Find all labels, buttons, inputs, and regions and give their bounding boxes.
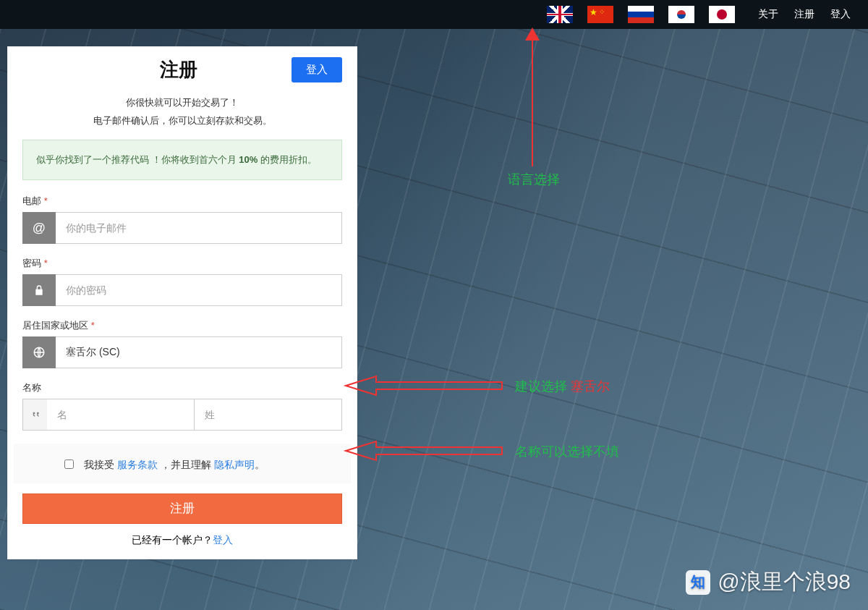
watermark-text: @浪里个浪98 xyxy=(718,567,851,597)
svg-marker-2 xyxy=(346,441,502,460)
card-title: 注册 xyxy=(22,57,292,82)
email-field: 电邮 * @ xyxy=(22,195,342,244)
email-label: 电邮 xyxy=(22,195,41,206)
name-label: 名称 xyxy=(22,381,342,394)
annotation-suggest: 建议选择 塞舌尔 xyxy=(515,378,610,395)
country-input[interactable] xyxy=(56,336,342,368)
register-card: 注册 登入 你很快就可以开始交易了！ 电子邮件确认后，你可以立刻存款和交易。 似… xyxy=(7,46,357,559)
intro-line2: 电子邮件确认后，你可以立刻存款和交易。 xyxy=(8,112,357,130)
password-input[interactable] xyxy=(56,274,342,306)
nav-login[interactable]: 登入 xyxy=(830,8,851,21)
already-login-link[interactable]: 登入 xyxy=(213,534,233,546)
firstname-input[interactable] xyxy=(47,399,195,431)
flag-jp[interactable] xyxy=(709,6,735,23)
password-field: 密码 * xyxy=(22,257,342,306)
flag-kr[interactable] xyxy=(668,6,694,23)
intro-text: 你很快就可以开始交易了！ 电子邮件确认后，你可以立刻存款和交易。 xyxy=(8,90,357,140)
lock-icon xyxy=(22,274,56,306)
promo-banner: 似乎你找到了一个推荐代码 ！你将收到首六个月 10% 的费用折扣。 xyxy=(22,140,342,180)
annotation-name-optional: 名称可以选择不填 xyxy=(515,443,619,460)
watermark: 知 @浪里个浪98 xyxy=(686,567,851,597)
intro-line1: 你很快就可以开始交易了！ xyxy=(8,94,357,112)
flag-ru[interactable] xyxy=(628,6,654,23)
language-flags xyxy=(547,6,735,23)
terms-checkbox[interactable] xyxy=(64,459,74,469)
quote-icon xyxy=(22,399,47,431)
flag-cn[interactable] xyxy=(587,6,613,23)
terms-box: 我接受 服务条款 ，并且理解 隐私声明。 xyxy=(14,444,351,483)
annotation-language: 语言选择 xyxy=(508,171,560,188)
privacy-link[interactable]: 隐私声明 xyxy=(214,459,255,470)
annotation-arrow-country xyxy=(346,375,505,397)
lastname-input[interactable] xyxy=(195,399,342,431)
nav-register[interactable]: 注册 xyxy=(794,8,814,21)
zhihu-logo-icon: 知 xyxy=(686,570,710,595)
terms-link[interactable]: 服务条款 xyxy=(117,459,158,470)
country-label: 居住国家或地区 xyxy=(22,320,88,331)
svg-marker-1 xyxy=(346,376,502,395)
annotation-arrow-up xyxy=(532,29,533,166)
name-field: 名称 xyxy=(22,381,342,431)
topbar: 关于 注册 登入 xyxy=(0,0,868,29)
annotation-arrow-name xyxy=(346,440,505,462)
submit-button[interactable]: 注册 xyxy=(22,493,342,524)
login-button-top[interactable]: 登入 xyxy=(292,57,342,82)
password-label: 密码 xyxy=(22,258,41,268)
email-input[interactable] xyxy=(56,212,342,244)
already-have-account: 已经有一个帐户？登入 xyxy=(8,524,357,550)
at-icon: @ xyxy=(22,212,56,244)
flag-uk[interactable] xyxy=(547,6,573,23)
country-field: 居住国家或地区 * xyxy=(22,319,342,368)
nav-about[interactable]: 关于 xyxy=(758,8,778,21)
globe-icon xyxy=(22,336,56,368)
